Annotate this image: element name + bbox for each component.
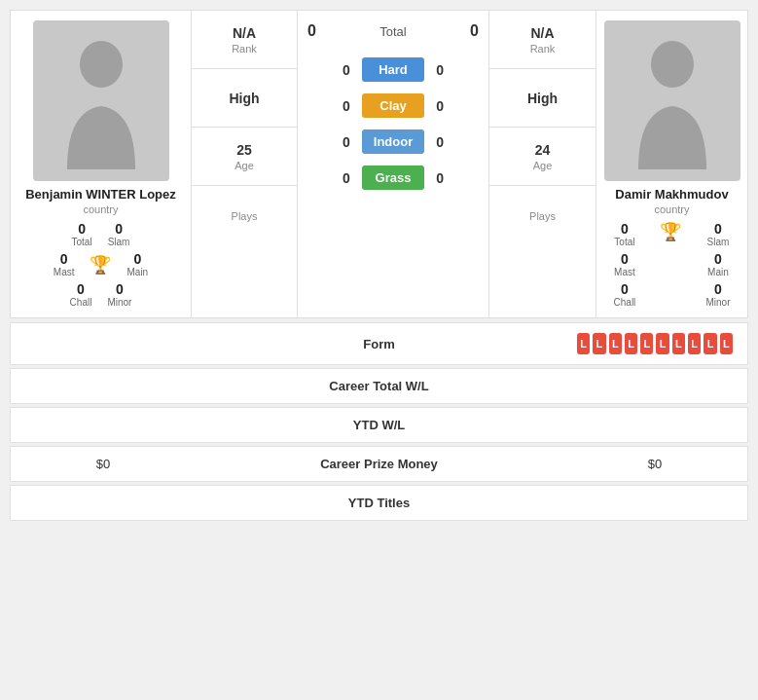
left-main-value: 0 xyxy=(133,251,141,267)
right-trophy-col: 🏆 xyxy=(660,221,681,308)
right-trophy-icon: 🏆 xyxy=(660,221,681,242)
right-minor-label: Minor xyxy=(705,297,730,308)
left-trophy-row: 0 Mast 🏆 0 Main xyxy=(54,251,148,277)
left-high-value: High xyxy=(229,91,259,106)
main-container: Benjamin WINTER Lopez country 0 Total 0 … xyxy=(0,0,758,534)
right-high-value: High xyxy=(527,91,558,106)
right-player-avatar xyxy=(604,20,740,181)
court-rows: 0 Hard 0 0 Clay 0 0 Indoor 0 0 Grass 0 xyxy=(327,52,459,196)
middle-section: N/A Rank High 25 Age Plays 0 Total xyxy=(191,11,596,317)
right-main-label: Main xyxy=(707,267,729,277)
court-row-indoor: 0 Indoor 0 xyxy=(327,124,459,160)
total-label: Total xyxy=(379,24,406,39)
right-age-label: Age xyxy=(533,160,553,171)
left-trophy-icon: 🏆 xyxy=(90,254,111,276)
court-badge: Grass xyxy=(362,166,424,190)
right-high-block: High xyxy=(489,69,596,128)
left-high-block: High xyxy=(192,69,297,128)
form-badge-l: L xyxy=(720,333,733,354)
svg-point-1 xyxy=(651,41,694,88)
right-mast-value: 0 xyxy=(621,251,629,267)
left-total-value: 0 xyxy=(78,221,86,237)
svg-point-0 xyxy=(80,41,123,88)
right-mast-stat: 0 Mast xyxy=(614,251,635,277)
right-slam-label: Slam xyxy=(707,237,730,247)
right-col-1: 0 Total 0 Mast 0 Chall xyxy=(614,221,636,308)
form-badges: LLLLLLLLLL xyxy=(577,333,733,354)
total-right-score: 0 xyxy=(470,22,479,40)
career-total-row: Career Total W/L xyxy=(10,368,748,404)
right-chall-value: 0 xyxy=(621,281,629,297)
left-total-stat: 0 Total xyxy=(72,221,92,247)
court-row-hard: 0 Hard 0 xyxy=(327,52,459,88)
left-top-stats: 0 Total 0 Slam xyxy=(72,221,130,247)
left-avatar-silhouette xyxy=(57,33,145,169)
players-section: Benjamin WINTER Lopez country 0 Total 0 … xyxy=(10,10,748,318)
right-total-value: 0 xyxy=(621,221,629,237)
form-badges-container: LLLLLLLLLL xyxy=(577,333,733,354)
right-main-stat: 0 Main xyxy=(707,251,729,277)
left-plays-block: Plays xyxy=(192,186,297,244)
right-chall-label: Chall xyxy=(614,297,636,308)
left-slam-value: 0 xyxy=(115,221,123,237)
right-plays-block: Plays xyxy=(489,186,596,244)
right-plays-label: Plays xyxy=(529,210,556,222)
career-prize-right: $0 xyxy=(577,457,733,471)
left-player-card: Benjamin WINTER Lopez country 0 Total 0 … xyxy=(11,11,191,317)
left-age-block: 25 Age xyxy=(192,128,297,186)
right-slam-stat: 0 Slam xyxy=(707,221,730,247)
form-badge-l: L xyxy=(609,333,622,354)
left-rank-label: Rank xyxy=(232,43,257,55)
right-player-card: Damir Makhmudov country 0 Total 0 Mast 0… xyxy=(596,11,747,317)
ytd-wl-row: YTD W/L xyxy=(10,407,748,443)
form-label: Form xyxy=(181,337,577,351)
right-mast-label: Mast xyxy=(614,267,635,277)
court-right-score: 0 xyxy=(430,98,450,114)
left-minor-stat: 0 Minor xyxy=(107,281,131,308)
left-chall-label: Chall xyxy=(70,297,92,308)
left-chall-stat: 0 Chall xyxy=(70,281,92,308)
court-right-score: 0 xyxy=(430,134,450,150)
left-bottom-stats: 0 Chall 0 Minor xyxy=(70,281,132,308)
right-age-value: 24 xyxy=(535,142,551,158)
right-player-name: Damir Makhmudov xyxy=(615,187,728,202)
right-slam-value: 0 xyxy=(714,221,722,237)
left-detail-column: N/A Rank High 25 Age Plays xyxy=(191,11,298,317)
court-right-score: 0 xyxy=(430,62,450,78)
left-main-stat: 0 Main xyxy=(126,251,148,277)
ytd-wl-label: YTD W/L xyxy=(25,418,733,432)
form-row: Form LLLLLLLLLL xyxy=(10,322,748,365)
right-player-stats: 0 Total 0 Mast 0 Chall 🏆 xyxy=(601,221,742,308)
right-total-stat: 0 Total xyxy=(614,221,634,247)
court-row-clay: 0 Clay 0 xyxy=(327,88,459,124)
court-left-score: 0 xyxy=(337,134,356,150)
right-rank-label: Rank xyxy=(530,43,556,55)
left-plays-label: Plays xyxy=(232,210,258,222)
court-badge: Hard xyxy=(362,57,424,82)
right-age-block: 24 Age xyxy=(489,128,596,186)
left-chall-value: 0 xyxy=(77,281,85,297)
left-rank-block: N/A Rank xyxy=(192,11,297,69)
career-total-label: Career Total W/L xyxy=(25,379,733,393)
left-rank-value: N/A xyxy=(233,25,256,41)
right-minor-value: 0 xyxy=(714,281,722,297)
right-rank-block: N/A Rank xyxy=(489,11,596,69)
form-badge-l: L xyxy=(625,333,637,354)
court-left-score: 0 xyxy=(337,170,356,186)
form-badge-l: L xyxy=(593,333,605,354)
form-badge-l: L xyxy=(640,333,653,354)
left-mast-value: 0 xyxy=(60,251,68,267)
career-prize-row: $0 Career Prize Money $0 xyxy=(10,446,748,482)
right-total-label: Total xyxy=(614,237,634,247)
right-chall-stat: 0 Chall xyxy=(614,281,636,308)
ytd-titles-label: YTD Titles xyxy=(25,496,733,510)
left-minor-value: 0 xyxy=(116,281,124,297)
total-left-score: 0 xyxy=(307,22,316,40)
left-mast-label: Mast xyxy=(54,267,75,277)
bottom-section: Form LLLLLLLLLL Career Total W/L YTD W/L… xyxy=(10,322,748,521)
total-row: 0 Total 0 xyxy=(298,18,488,44)
form-badge-l: L xyxy=(672,333,685,354)
left-slam-label: Slam xyxy=(108,237,130,247)
left-minor-label: Minor xyxy=(107,297,131,308)
left-player-name: Benjamin WINTER Lopez xyxy=(25,187,176,202)
